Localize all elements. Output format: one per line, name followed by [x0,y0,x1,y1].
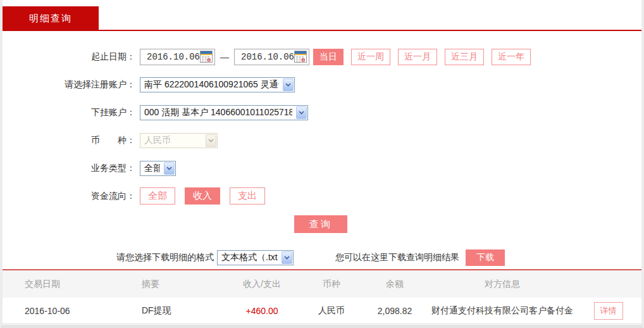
sub-account-select[interactable]: 000 活期 基本户 1406600101102571848 [140,105,308,120]
calendar-icon[interactable] [294,51,307,63]
table-header-row: 交易日期 摘要 收入/支出 币种 余额 对方信息 [3,270,641,298]
chevron-down-icon [206,134,216,147]
date-range-label: 起止日期： [3,51,135,63]
chevron-down-icon[interactable] [164,162,175,175]
currency-label: 币 种： [3,135,135,146]
end-date-value: 2016.10.06 [241,52,294,62]
cell-balance: 2,098.82 [360,306,430,316]
header-summary: 摘要 [120,279,221,290]
cell-counterparty: 财付通支付科技有限公司客户备付金 [430,305,575,317]
tab-bar: 明细查询 [3,6,641,30]
download-hint-text: 您可以在这里下载查询明细结果 [335,252,459,263]
chevron-down-icon[interactable] [283,79,294,91]
business-type-select[interactable]: 全部 [140,161,176,176]
download-format-label: 请您选择下载明细的格式 [116,252,214,263]
quick-range-today-button[interactable]: 当日 [313,49,344,65]
fund-flow-label: 资金流向： [3,191,135,202]
register-account-select[interactable]: 南平 6222001406100921065 灵通卡 [140,77,295,92]
download-button[interactable]: 下载 [466,249,505,266]
download-format-value: 文本格式（.txt） [221,252,278,263]
header-counterparty: 对方信息 [430,279,575,290]
cell-currency: 人民币 [303,305,360,317]
start-date-value: 2016.10.06 [147,52,200,62]
fund-flow-all-button[interactable]: 全部 [140,187,175,205]
register-account-value: 南平 6222001406100921065 灵通卡 [144,79,279,91]
fund-flow-expense-button[interactable]: 支出 [230,187,265,205]
end-date-input[interactable]: 2016.10.06 [234,49,309,65]
currency-row: 币 种： 人民币 [3,132,641,149]
date-range-row: 起止日期： 2016.10.06 — 2016.10.06 [3,48,641,65]
business-type-label: 业务类型： [3,163,135,174]
sub-account-label: 下挂账户： [3,107,135,118]
fund-flow-income-button[interactable]: 收入 [185,187,220,205]
quick-range-month-button[interactable]: 近一月 [398,49,437,65]
business-type-value: 全部 [144,163,160,174]
sub-account-row: 下挂账户： 000 活期 基本户 1406600101102571848 [3,104,641,121]
quick-range-week-button[interactable]: 近一周 [351,49,390,65]
quick-range-year-button[interactable]: 近一年 [492,49,531,65]
quick-range-quarter-button[interactable]: 近三月 [445,49,484,65]
detail-button[interactable]: 详情 [594,302,623,320]
download-format-select[interactable]: 文本格式（.txt） [217,250,294,265]
start-date-input[interactable]: 2016.10.06 [140,49,215,65]
register-account-row: 请选择注册账户： 南平 6222001406100921065 灵通卡 [3,76,641,93]
table-row: 2016-10-06 DF提现 +460.00 人民币 2,098.82 财付通… [3,298,641,324]
cell-date: 2016-10-06 [3,306,120,316]
calendar-icon[interactable] [200,51,213,63]
business-type-row: 业务类型： 全部 [3,160,641,177]
header-balance: 余额 [360,279,430,290]
currency-value: 人民币 [144,135,202,146]
cell-summary: DF提现 [120,305,221,317]
query-button[interactable]: 查询 [294,215,347,233]
fund-flow-row: 资金流向： 全部 收入 支出 [3,187,641,205]
chevron-down-icon[interactable] [296,106,307,119]
register-account-label: 请选择注册账户： [3,79,135,91]
cell-action: 详情 [575,302,641,320]
header-currency: 币种 [303,279,360,290]
sub-account-value: 000 活期 基本户 1406600101102571848 [144,107,292,118]
date-range-separator: — [220,52,229,62]
chevron-down-icon[interactable] [282,251,292,264]
cell-amount: +460.00 [221,306,303,316]
tab-detail-query[interactable]: 明细查询 [3,6,99,30]
query-form: 起止日期： 2016.10.06 — 2016.10.06 [3,31,641,266]
header-amount: 收入/支出 [221,279,303,290]
currency-select: 人民币 [140,133,218,148]
detail-query-page: 明细查询 起止日期： 2016.10.06 [0,0,644,328]
header-date: 交易日期 [3,279,120,290]
download-row: 请您选择下载明细的格式 文本格式（.txt） 您可以在这里下载查询明细结果 下载 [3,249,641,266]
